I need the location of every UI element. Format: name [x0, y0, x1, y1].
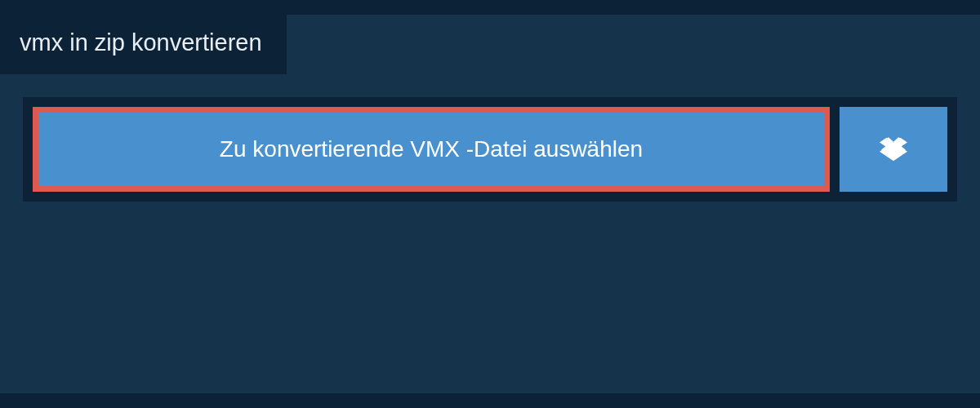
page-title-box: vmx in zip konvertieren: [0, 15, 287, 74]
select-file-button[interactable]: Zu konvertierende VMX -Datei auswählen: [33, 107, 830, 192]
dropbox-icon: [880, 135, 907, 163]
upload-panel: Zu konvertierende VMX -Datei auswählen: [23, 97, 957, 202]
dropbox-button[interactable]: [840, 107, 947, 192]
page-title: vmx in zip konvertieren: [20, 29, 262, 55]
top-strip: [0, 0, 980, 15]
bottom-strip: [0, 393, 980, 408]
select-file-label: Zu konvertierende VMX -Datei auswählen: [220, 136, 643, 162]
